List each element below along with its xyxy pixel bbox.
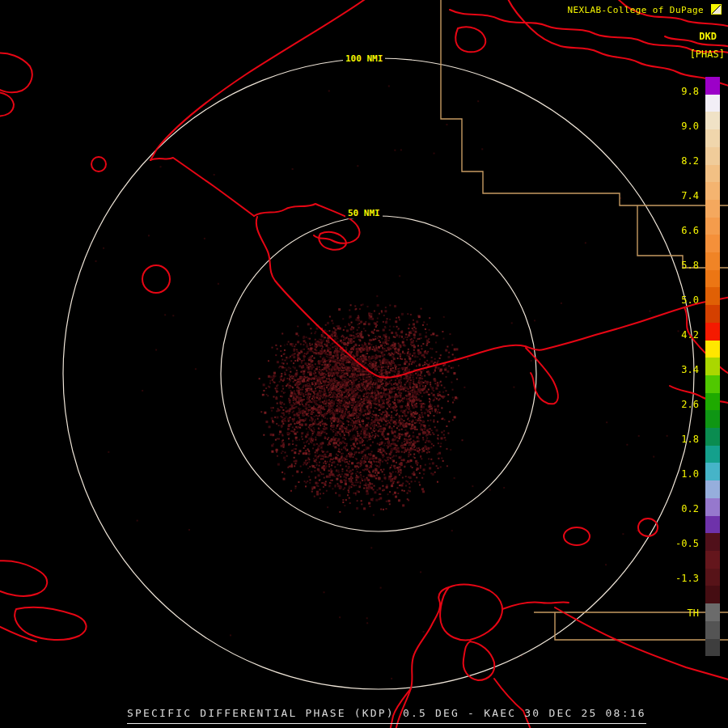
colorbar-segment [705, 95, 720, 112]
range-ring-50nmi [221, 216, 536, 531]
geography-line [0, 53, 32, 93]
lake-outline [564, 527, 590, 545]
colorbar-tick-label: 6.6 [667, 226, 699, 236]
colorbar-segment [705, 129, 720, 147]
colorbar-scale [705, 77, 720, 656]
colorbar-tick-label: TH [667, 608, 699, 619]
colorbar-tick-label: 9.0 [667, 121, 699, 132]
colorbar-segment [705, 393, 720, 411]
colorbar-tick-label: 1.8 [667, 434, 699, 445]
colorbar-segment [705, 77, 720, 95]
geography-line [455, 27, 485, 52]
geography-line [15, 607, 86, 640]
colorbar-segment [705, 112, 720, 129]
colorbar-segment [705, 270, 720, 288]
colorbar-segment [705, 603, 720, 621]
colorbar-tick-label: 3.4 [667, 365, 699, 375]
colorbar-tick-label: 1.0 [667, 469, 699, 480]
colorbar-segment [705, 446, 720, 463]
lake-outline [638, 518, 658, 536]
nexlab-brand-text: NEXLAB-College of DuPage [567, 5, 704, 15]
geography-line [463, 641, 495, 680]
colorbar-segment [705, 182, 720, 200]
colorbar-segment [705, 375, 720, 393]
geography-line [526, 348, 558, 404]
colorbar-tick-label: 5.8 [667, 260, 699, 271]
colorbar-segment [705, 498, 720, 516]
colorbar-segment [705, 252, 720, 270]
colorbar-tick-label: -1.3 [667, 574, 699, 584]
geography-line [0, 561, 47, 596]
colorbar-segment [705, 639, 720, 657]
cod-logo-icon [711, 4, 722, 15]
colorbar-segment [705, 533, 720, 551]
colorbar-tick-label: 4.2 [667, 330, 699, 341]
status-bar: SPECIFIC DIFFERENTIAL PHASE (KDP) 0.5 DE… [127, 707, 646, 724]
colorbar-segment [705, 480, 720, 498]
colorbar-tick-label: 7.4 [667, 191, 699, 201]
radar-map [0, 0, 728, 728]
range-ring-label-50nmi: 50 NMI [345, 208, 383, 218]
colorbar-segment [705, 358, 720, 375]
geography-line [450, 10, 728, 53]
colorbar-segment [705, 410, 720, 428]
colorbar-segment [705, 147, 720, 165]
colorbar-segment [705, 305, 720, 323]
colorbar-tick-label: 5.0 [667, 295, 699, 306]
colorbar-segment [705, 621, 720, 639]
geography-line [502, 602, 569, 609]
lake-outline [91, 157, 106, 171]
colorbar-segment [705, 341, 720, 358]
radar-display: 100 NMI 50 NMI NEXLAB-College of DuPage … [0, 0, 728, 728]
geography-line [0, 92, 14, 116]
colorbar-segment [705, 287, 720, 305]
geography-line [150, 158, 254, 216]
geography-line [0, 624, 36, 641]
colorbar-segment [705, 235, 720, 252]
geography-line [440, 585, 502, 641]
colorbar-segment [705, 569, 720, 586]
colorbar-segment [705, 323, 720, 341]
colorbar-segment [705, 428, 720, 446]
product-code: DKD [699, 31, 717, 42]
colorbar-segment [705, 463, 720, 480]
range-ring-label-100nmi: 100 NMI [343, 53, 385, 64]
colorbar-segment [705, 551, 720, 569]
colorbar-tick-label: 0.2 [667, 504, 699, 514]
colorbar-tick-label: 8.2 [667, 156, 699, 167]
colorbar: 9.89.08.27.46.65.85.04.23.42.61.81.00.2-… [671, 77, 720, 656]
colorbar-tick-label: -0.5 [667, 539, 699, 549]
colorbar-segment [705, 165, 720, 183]
colorbar-segment [705, 218, 720, 235]
product-unit: [PHAS] [690, 49, 725, 60]
lake-outline [142, 265, 170, 293]
colorbar-segment [705, 586, 720, 603]
range-ring-100nmi [63, 58, 694, 689]
colorbar-segment [705, 516, 720, 534]
colorbar-tick-label: 2.6 [667, 400, 699, 410]
geography-line [150, 0, 370, 160]
geography-line [256, 217, 380, 377]
colorbar-tick-label: 9.8 [667, 87, 699, 97]
colorbar-segment [705, 200, 720, 218]
